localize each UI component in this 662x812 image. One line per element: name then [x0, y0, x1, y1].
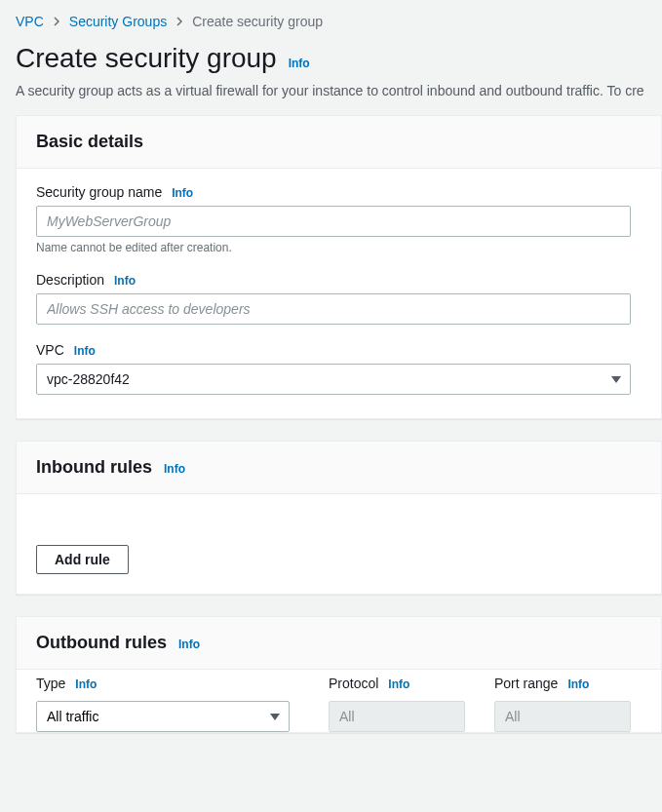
description-input[interactable] [36, 293, 631, 325]
chevron-right-icon [175, 17, 184, 26]
add-rule-button[interactable]: Add rule [36, 545, 129, 574]
outbound-portrange-input: All [494, 701, 631, 732]
vpc-field: VPC Info vpc-28820f42 [36, 342, 642, 395]
security-group-name-field: Security group name Info Name cannot be … [36, 184, 642, 254]
outbound-portrange-info[interactable]: Info [567, 677, 589, 691]
inbound-rules-panel: Inbound rules Info Add rule [16, 441, 662, 595]
breadcrumb-current: Create security group [192, 14, 323, 29]
description-field: Description Info [36, 272, 642, 325]
outbound-portrange-label: Port range [494, 676, 558, 691]
security-group-name-input[interactable] [36, 206, 631, 237]
outbound-rules-info[interactable]: Info [178, 638, 200, 651]
chevron-right-icon [52, 17, 61, 26]
vpc-info[interactable]: Info [74, 344, 96, 358]
breadcrumb: VPC Security Groups Create security grou… [0, 0, 662, 35]
outbound-protocol-column: Protocol Info All [329, 676, 465, 732]
vpc-label: VPC [36, 342, 64, 358]
description-label: Description [36, 272, 104, 288]
outbound-rules-header: Outbound rules [36, 633, 167, 653]
outbound-type-info[interactable]: Info [75, 677, 97, 691]
page-description: A security group acts as a virtual firew… [16, 82, 646, 101]
breadcrumb-vpc[interactable]: VPC [16, 14, 44, 29]
description-info[interactable]: Info [114, 274, 136, 288]
inbound-rules-header: Inbound rules [36, 457, 152, 478]
outbound-type-column: Type Info All traffic [36, 676, 299, 732]
page-info-link[interactable]: Info [289, 57, 310, 70]
page-title: Create security group [16, 43, 277, 74]
outbound-protocol-input: All [329, 701, 465, 732]
outbound-rules-panel: Outbound rules Info Type Info All traffi… [16, 616, 662, 733]
breadcrumb-security-groups[interactable]: Security Groups [69, 14, 167, 29]
outbound-protocol-label: Protocol [329, 676, 378, 691]
outbound-portrange-column: Port range Info All [494, 676, 631, 732]
outbound-type-select[interactable]: All traffic [36, 701, 290, 732]
inbound-rules-info[interactable]: Info [164, 462, 185, 476]
security-group-name-label: Security group name [36, 184, 162, 200]
basic-details-header: Basic details [36, 132, 143, 152]
vpc-select[interactable]: vpc-28820f42 [36, 364, 631, 395]
security-group-name-info[interactable]: Info [172, 186, 193, 200]
security-group-name-help: Name cannot be edited after creation. [36, 241, 642, 254]
basic-details-panel: Basic details Security group name Info N… [16, 115, 662, 419]
page-header: Create security group Info A security gr… [0, 35, 662, 115]
outbound-protocol-info[interactable]: Info [388, 677, 409, 691]
outbound-type-label: Type [36, 676, 65, 691]
